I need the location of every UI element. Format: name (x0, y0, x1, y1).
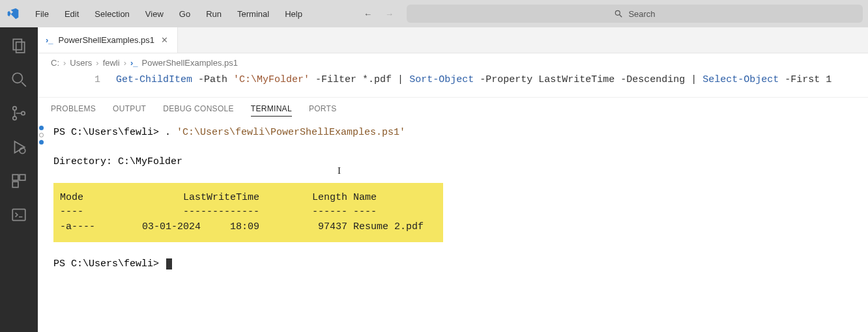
crumb-c[interactable]: C: (51, 58, 59, 68)
terminal-panel[interactable]: PS C:\Users\fewli> . 'C:\Users\fewli\Pow… (38, 117, 868, 278)
vscode-logo-icon (5, 6, 21, 21)
svg-rect-14 (12, 209, 25, 220)
source-control-icon[interactable] (10, 104, 28, 122)
code-editor[interactable]: 1 Get-ChildItem -Path 'C:\MyFolder' -Fil… (38, 72, 868, 97)
menu-help[interactable]: Help (278, 7, 309, 21)
svg-point-7 (13, 117, 16, 120)
terminal-gutter-dots (38, 126, 44, 145)
chevron-right-icon: › (124, 58, 126, 68)
svg-rect-13 (12, 182, 18, 187)
terminal-activity-icon[interactable] (10, 206, 28, 224)
code-line-1[interactable]: Get-ChildItem -Path 'C:\MyFolder' -Filte… (116, 74, 832, 85)
menu-terminal[interactable]: Terminal (231, 7, 276, 21)
crumb-file[interactable]: PowerShellExamples.ps1 (142, 58, 238, 68)
terminal-line: PS C:\Users\fewli> . 'C:\Users\fewli\Pow… (53, 126, 861, 141)
menu-file[interactable]: File (29, 7, 55, 21)
search-placeholder: Search (628, 9, 655, 19)
run-debug-icon[interactable] (10, 138, 28, 156)
crumb-users[interactable]: Users (70, 58, 92, 68)
chevron-right-icon: › (96, 58, 98, 68)
terminal-line: Directory: C:\MyFolder (53, 155, 861, 170)
svg-point-6 (13, 107, 16, 110)
tab-terminal[interactable]: TERMINAL (251, 102, 292, 117)
nav-back-icon[interactable]: ← (361, 8, 375, 20)
panel-tabs: PROBLEMS OUTPUT DEBUG CONSOLE TERMINAL P… (38, 97, 868, 117)
tab-output[interactable]: OUTPUT (113, 102, 146, 117)
menu-view[interactable]: View (139, 7, 170, 21)
svg-line-5 (22, 82, 26, 86)
menu-edit[interactable]: Edit (58, 7, 85, 21)
svg-rect-11 (12, 174, 18, 180)
powershell-file-icon: ›_ (130, 58, 138, 68)
menu-go[interactable]: Go (173, 7, 197, 21)
extensions-icon[interactable] (10, 172, 28, 190)
cursor-icon (166, 258, 172, 270)
tab-bar: ›_ PowerShellExamples.ps1 ✕ (38, 27, 868, 53)
chevron-right-icon: › (63, 58, 66, 68)
title-bar: File Edit Selection View Go Run Terminal… (0, 0, 868, 27)
close-icon[interactable]: ✕ (160, 35, 169, 45)
svg-point-0 (616, 10, 620, 15)
terminal-output-table: Mode LastWriteTime Length Name ---- ----… (53, 183, 443, 243)
crumb-user[interactable]: fewli (103, 58, 120, 68)
menu-selection[interactable]: Selection (88, 7, 136, 21)
tab-ports[interactable]: PORTS (309, 102, 337, 117)
search-activity-icon[interactable] (10, 70, 28, 89)
svg-rect-12 (20, 174, 25, 180)
tab-powershell-examples[interactable]: ›_ PowerShellExamples.ps1 ✕ (38, 27, 178, 53)
menu-run[interactable]: Run (199, 7, 228, 21)
explorer-icon[interactable] (10, 36, 28, 55)
activity-bar (0, 27, 38, 332)
line-number: 1 (38, 74, 116, 85)
nav-forward-icon[interactable]: → (383, 8, 396, 20)
search-input[interactable]: Search (407, 5, 863, 23)
breadcrumb[interactable]: C: › Users › fewli › ›_ PowerShellExampl… (38, 53, 868, 72)
search-icon (614, 9, 623, 18)
tab-problems[interactable]: PROBLEMS (51, 102, 96, 117)
svg-line-1 (620, 15, 622, 18)
svg-rect-3 (16, 42, 25, 53)
text-cursor-icon: I (338, 163, 341, 178)
tab-debug-console[interactable]: DEBUG CONSOLE (163, 102, 234, 117)
svg-rect-2 (13, 39, 22, 49)
powershell-file-icon: ›_ (46, 35, 53, 45)
svg-point-8 (22, 111, 25, 115)
terminal-prompt[interactable]: PS C:\Users\fewli> (53, 257, 861, 272)
svg-point-4 (12, 73, 22, 83)
tab-label: PowerShellExamples.ps1 (59, 35, 154, 45)
